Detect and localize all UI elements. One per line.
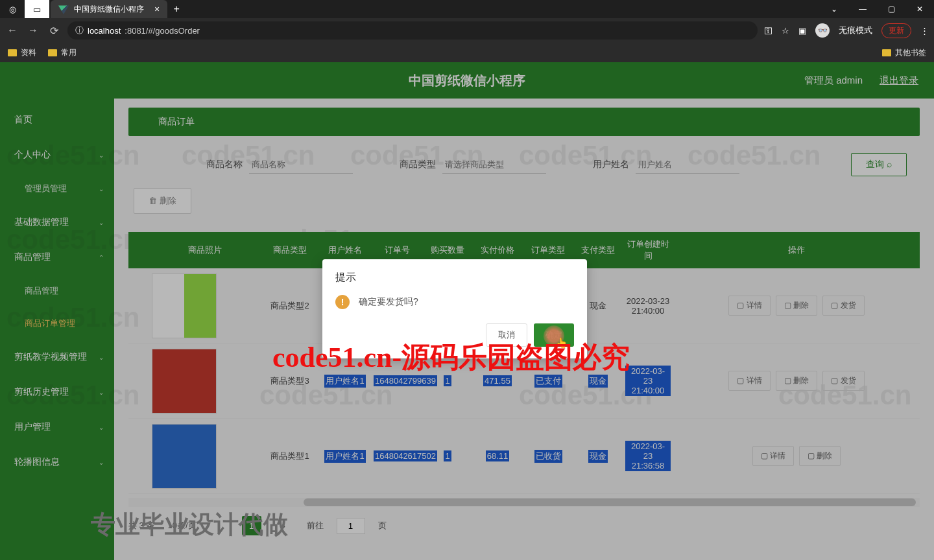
app: code51.cn code51.cn code51.cn code51.cn …: [0, 62, 934, 560]
close-tab-icon[interactable]: ×: [154, 4, 160, 14]
app-icon-1[interactable]: ◎: [0, 0, 25, 18]
bookmark-label: 常用: [61, 47, 77, 58]
minimize-icon[interactable]: —: [848, 0, 877, 18]
folder-icon: [882, 49, 891, 56]
bookmark-bar: 资料 常用 其他书签: [0, 43, 934, 62]
bookmark-label: 资料: [21, 47, 36, 58]
app-icon-2[interactable]: ▭: [25, 0, 49, 18]
new-tab-button[interactable]: +: [167, 3, 186, 15]
close-window-icon[interactable]: ✕: [905, 0, 934, 18]
dialog-title: 提示: [335, 271, 574, 285]
update-button[interactable]: 更新: [881, 23, 911, 38]
menu-icon[interactable]: ⋮: [920, 26, 929, 36]
browser-tab[interactable]: 中国剪纸微信小程序 ×: [51, 0, 167, 18]
star-icon[interactable]: ☆: [782, 26, 789, 36]
reload-icon[interactable]: ⟳: [47, 25, 61, 37]
incognito-icon: 👓: [815, 23, 830, 38]
incognito-label: 无痕模式: [839, 25, 872, 36]
tab-bar: ◎ ▭ 中国剪纸微信小程序 × + ⌄ — ▢ ✕: [0, 0, 934, 18]
forward-icon[interactable]: →: [26, 25, 40, 36]
warning-icon: !: [335, 295, 350, 309]
maximize-icon[interactable]: ▢: [877, 0, 905, 18]
info-icon: ⓘ: [75, 25, 84, 36]
overlay-gray-text: 专业毕业设计代做: [91, 508, 288, 541]
extension-icon[interactable]: ▣: [798, 26, 806, 36]
back-icon[interactable]: ←: [5, 25, 19, 36]
bookmark-item[interactable]: 资料: [8, 47, 36, 58]
other-bookmarks[interactable]: 其他书签: [882, 47, 926, 58]
chevron-down-icon[interactable]: ⌄: [820, 0, 848, 18]
bookmark-label: 其他书签: [895, 47, 926, 58]
url-input[interactable]: ⓘ localhost:8081/#/goodsOrder: [67, 21, 758, 40]
window-controls: ⌄ — ▢ ✕: [820, 0, 934, 18]
browser-chrome: ◎ ▭ 中国剪纸微信小程序 × + ⌄ — ▢ ✕ ← → ⟳ ⓘ localh…: [0, 0, 934, 62]
tab-title: 中国剪纸微信小程序: [74, 4, 144, 15]
bookmark-item[interactable]: 常用: [48, 47, 77, 58]
key-icon[interactable]: ⚿: [764, 26, 772, 36]
address-bar: ← → ⟳ ⓘ localhost:8081/#/goodsOrder ⚿ ☆ …: [0, 18, 934, 43]
url-host: localhost: [88, 26, 121, 36]
url-path: :8081/#/goodsOrder: [125, 26, 200, 36]
dialog-message: 确定要发货吗?: [359, 296, 418, 308]
folder-icon: [48, 49, 57, 56]
vue-icon: [58, 4, 69, 14]
overlay-red-text: code51.cn-源码乐园盗图必究: [272, 338, 630, 377]
folder-icon: [8, 49, 17, 56]
